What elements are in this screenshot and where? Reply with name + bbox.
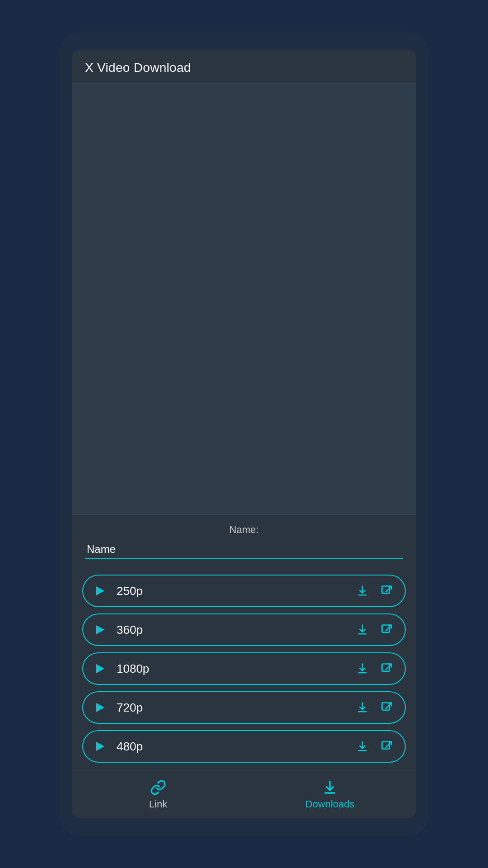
- action-icons-480p: [353, 737, 396, 755]
- tab-downloads-label: Downloads: [305, 798, 355, 810]
- quality-row-720p: 720p: [82, 691, 406, 724]
- app-container: X Video Download Name: 250p: [72, 50, 416, 818]
- action-icons-720p: [353, 698, 396, 717]
- external-button-250p[interactable]: [378, 582, 396, 600]
- external-button-480p[interactable]: [378, 737, 396, 755]
- download-icon-1080p: [356, 662, 369, 675]
- play-icon-720p: [96, 703, 104, 712]
- quality-label-480p: 480p: [113, 740, 349, 754]
- quality-row-360p: 360p: [82, 613, 406, 646]
- name-input[interactable]: [85, 540, 403, 559]
- download-icon-250p: [356, 585, 369, 597]
- action-icons-1080p: [353, 660, 396, 678]
- play-button-480p[interactable]: [92, 738, 108, 755]
- download-button-250p[interactable]: [353, 582, 371, 600]
- name-label: Name:: [85, 524, 403, 536]
- quality-row-1080p: 1080p: [82, 652, 406, 685]
- external-link-icon-1080p: [380, 662, 393, 675]
- link-icon: [150, 779, 166, 796]
- name-section: Name:: [72, 514, 416, 567]
- action-icons-360p: [353, 621, 396, 639]
- download-icon-480p: [356, 740, 369, 753]
- play-icon-250p: [96, 586, 104, 595]
- external-button-360p[interactable]: [378, 621, 396, 639]
- title-bar: X Video Download: [72, 50, 416, 84]
- external-button-1080p[interactable]: [378, 660, 396, 678]
- quality-label-360p: 360p: [113, 623, 349, 637]
- quality-list: 250p: [72, 567, 416, 770]
- tab-downloads[interactable]: Downloads: [244, 770, 416, 818]
- external-link-icon-720p: [380, 701, 393, 714]
- download-button-720p[interactable]: [353, 698, 371, 717]
- tab-link-label: Link: [149, 798, 167, 810]
- quality-label-1080p: 1080p: [113, 662, 349, 676]
- play-button-250p[interactable]: [92, 583, 108, 599]
- quality-label-250p: 250p: [113, 584, 349, 598]
- video-preview-area: [72, 84, 416, 514]
- quality-label-720p: 720p: [113, 701, 349, 715]
- download-icon-720p: [356, 701, 369, 714]
- play-icon-480p: [96, 742, 104, 751]
- play-icon-1080p: [96, 664, 104, 673]
- app-title: X Video Download: [85, 61, 191, 75]
- external-link-icon-480p: [380, 740, 393, 753]
- quality-row-480p: 480p: [82, 730, 406, 763]
- external-link-icon-250p: [380, 585, 393, 597]
- play-button-360p[interactable]: [92, 622, 108, 638]
- download-button-360p[interactable]: [353, 621, 371, 639]
- external-button-720p[interactable]: [378, 698, 396, 717]
- play-button-720p[interactable]: [92, 699, 108, 716]
- download-button-480p[interactable]: [353, 737, 371, 755]
- play-button-1080p[interactable]: [92, 660, 108, 677]
- phone-frame: X Video Download Name: 250p: [59, 32, 429, 836]
- quality-row-250p: 250p: [82, 575, 406, 607]
- download-button-1080p[interactable]: [353, 660, 371, 678]
- download-icon-360p: [356, 623, 369, 636]
- tab-bar: Link Downloads: [72, 770, 416, 818]
- downloads-icon: [322, 779, 338, 796]
- play-icon-360p: [96, 625, 104, 634]
- tab-link[interactable]: Link: [72, 770, 244, 818]
- external-link-icon-360p: [380, 623, 393, 636]
- action-icons-250p: [353, 582, 396, 600]
